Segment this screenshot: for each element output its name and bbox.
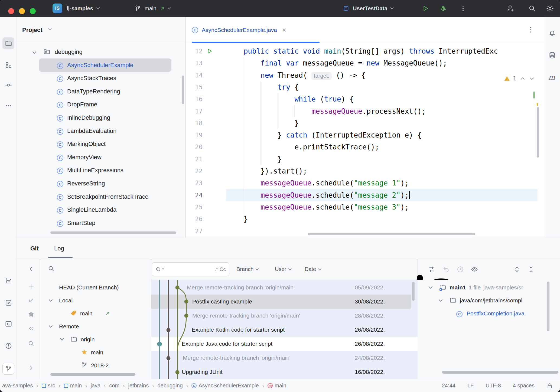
chevron-down-icon[interactable] [49,324,53,328]
branch-widget[interactable]: main [134,0,171,17]
run-button[interactable] [421,5,429,12]
sidebar-item-project-folder[interactable] [2,37,14,49]
database-icon[interactable] [548,51,556,59]
filter-date[interactable]: Date [305,259,321,279]
encoding[interactable]: UTF-8 [486,383,501,389]
project-widget[interactable]: ij-samples [67,0,99,17]
chevron-right-icon[interactable] [28,364,35,371]
unlock-icon[interactable] [546,383,553,389]
branches-search-icon[interactable] [48,265,55,272]
details-tree-item[interactable]: main11 filejava-samples/sr [418,281,560,294]
chevron-down-icon[interactable] [439,298,442,302]
notifications-bell-icon[interactable] [548,30,556,37]
tree-item-class[interactable]: CDataTypeRendering [17,85,185,98]
tree-item-class[interactable]: CSetBreakpointFromStackTrace [17,190,185,203]
details-tree-item[interactable]: java/com/jetbrains/compl [418,294,560,307]
tree-item-class[interactable]: CAsyncStackTraces [17,71,185,85]
regex-toggle[interactable]: .* [214,266,218,272]
breadcrumb-item[interactable]: src [42,383,55,389]
log-search-field[interactable]: .* Cc [152,262,229,276]
filter-user[interactable]: User [275,259,291,279]
tree-item-class[interactable]: CAsyncSchedulerExample [17,58,185,72]
tree-item-class[interactable]: CMemoryView [17,151,185,164]
chevron-down-icon[interactable] [429,285,432,289]
line-ending[interactable]: LF [467,383,474,389]
branch-item[interactable]: origin [40,333,151,346]
match-case-toggle[interactable]: Cc [220,266,226,272]
collapse-panel-icon[interactable] [28,266,34,272]
window-minimize-button[interactable] [19,8,25,14]
chevron-down-icon[interactable] [48,27,52,30]
tree-item-class[interactable]: CMarkingObject [17,137,185,151]
tab-git[interactable]: Git [30,238,39,259]
window-close-button[interactable] [8,8,14,14]
add-icon[interactable] [28,283,35,290]
history-clock-icon[interactable] [457,266,464,273]
run-line-icon[interactable] [206,48,213,55]
editor-vertical-scrollbar[interactable] [537,107,539,158]
branches-horizontal-scrollbar[interactable] [50,373,135,376]
debug-button[interactable] [439,5,447,12]
more-vertical-icon[interactable] [459,5,467,12]
branch-item[interactable]: main [40,346,151,359]
add-user-icon[interactable] [506,4,515,12]
tab-log[interactable]: Log [54,238,64,259]
sidebar-item-endpoints[interactable] [2,275,14,287]
unstash-icon[interactable] [28,326,35,333]
breadcrumb-item[interactable]: main [64,383,82,389]
commits-vertical-scrollbar[interactable] [412,282,415,301]
project-horizontal-scrollbar[interactable] [50,231,176,234]
breadcrumb-item[interactable]: jetbrains [128,383,149,389]
tree-item-class[interactable]: CDropFrame [17,98,185,111]
sidebar-item-services[interactable] [2,297,14,309]
eye-icon[interactable] [471,266,478,273]
collapse-all-icon[interactable] [527,266,535,273]
project-vertical-scrollbar[interactable] [182,76,184,104]
breadcrumb-item[interactable]: CAsyncSchedulerExample [191,383,259,389]
breadcrumb-item[interactable]: mmain [268,383,286,389]
tree-item-class[interactable]: CReverseString [17,177,185,190]
sidebar-item-problems[interactable] [2,340,14,352]
tree-item-class[interactable]: CLambdaEvaluation [17,124,185,138]
tab-asyncschedulerexample[interactable]: C AsyncSchedulerExample.java ✕ [192,17,286,43]
branch-item[interactable]: HEAD (Current Branch) [40,281,151,294]
tree-item-class[interactable]: CSingleLineLambda [17,203,185,216]
tree-item-class[interactable]: CSmartStep [17,216,185,230]
expand-all-icon[interactable] [513,266,521,273]
branch-item[interactable]: Local [40,294,151,307]
sidebar-item-more-tools[interactable] [2,100,14,112]
sidebar-item-git[interactable] [2,363,14,375]
next-warning-icon[interactable] [530,76,534,80]
editor-more-icon[interactable] [527,26,535,34]
sidebar-item-structure[interactable] [2,59,14,71]
details-horizontal-scrollbar[interactable] [442,371,558,374]
checkout-arrow-icon[interactable] [28,297,35,304]
branch-item[interactable]: 2018-2 [40,359,151,372]
editor-horizontal-scrollbar[interactable] [308,233,475,235]
details-tree-item[interactable]: CPostfixCompletion.java [418,307,560,320]
delete-icon[interactable] [28,311,35,318]
breadcrumb-item[interactable]: com [109,383,119,389]
filter-branch[interactable]: Branch [236,259,258,279]
details-vertical-scrollbar[interactable] [547,282,549,331]
window-zoom-button[interactable] [30,8,36,14]
indent-setting[interactable]: 4 spaces [513,383,535,389]
settings-gear-icon[interactable] [546,4,554,12]
branch-item[interactable]: Remote [40,320,151,333]
maven-icon[interactable]: m [548,73,556,81]
sidebar-item-commit[interactable] [2,79,14,91]
tree-item-folder[interactable]: debugging [17,45,185,58]
undo-icon[interactable] [442,266,450,273]
prev-warning-icon[interactable] [521,77,525,81]
chevron-down-icon[interactable] [60,337,64,341]
compare-branches-icon[interactable] [428,266,435,273]
close-icon[interactable]: ✕ [282,27,286,33]
chevron-down-icon[interactable] [49,298,53,302]
run-config-widget[interactable]: UserTestData [343,0,393,17]
branch-item[interactable]: main [40,307,151,320]
sidebar-item-terminal[interactable] [2,318,14,330]
breadcrumb-item[interactable]: debugging [158,383,183,389]
inspections-widget[interactable]: 1 [502,73,535,84]
code-area[interactable]: 12 public static void main(String[] args… [186,43,544,238]
breadcrumb-item[interactable]: ava-samples [2,383,33,389]
